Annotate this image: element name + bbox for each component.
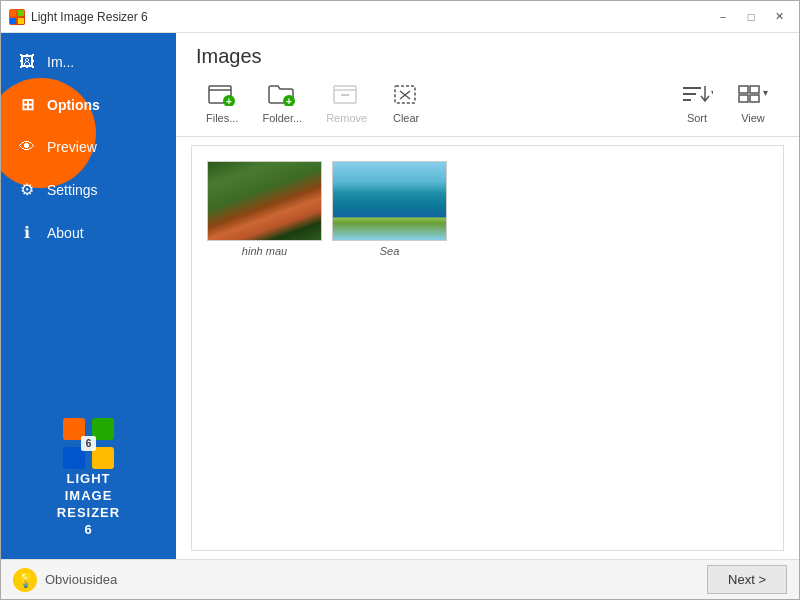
title-bar: Light Image Resizer 6 − □ ✕ (1, 1, 799, 33)
image-grid: hinh mau Sea (191, 145, 784, 551)
content-header: Images + Files... (176, 33, 799, 137)
view-label: View (741, 112, 765, 124)
svg-text:+: + (286, 96, 292, 106)
sort-button[interactable]: ▾ Sort (671, 78, 723, 128)
title-bar-left: Light Image Resizer 6 (9, 9, 148, 25)
clear-label: Clear (393, 112, 419, 124)
settings-icon: ⚙ (17, 180, 37, 199)
sidebar-item-about[interactable]: ℹ About (1, 211, 176, 254)
sidebar-item-options[interactable]: ⊞ Options (1, 83, 176, 126)
maximize-button[interactable]: □ (739, 7, 763, 27)
brand-text: Obviousidea (45, 572, 117, 587)
sidebar-item-images-label: Im... (47, 54, 74, 70)
list-item[interactable]: Sea (332, 161, 447, 257)
options-icon: ⊞ (17, 95, 37, 114)
view-icon: ▾ (737, 82, 769, 109)
app-icon (9, 9, 25, 25)
footer-brand: 💡 Obviousidea (13, 568, 117, 592)
about-icon: ℹ (17, 223, 37, 242)
files-label: Files... (206, 112, 238, 124)
folder-icon: + (268, 82, 296, 109)
sort-label: Sort (687, 112, 707, 124)
svg-rect-1 (18, 10, 24, 16)
svg-rect-26 (739, 95, 748, 102)
files-button[interactable]: + Files... (196, 78, 248, 128)
logo-text: LIGHT IMAGE RESIZER 6 (57, 471, 120, 539)
window-title: Light Image Resizer 6 (31, 10, 148, 24)
sidebar-item-preview-label: Preview (47, 139, 97, 155)
folder-label: Folder... (262, 112, 302, 124)
image-thumbnail-2 (332, 161, 447, 241)
remove-label: Remove (326, 112, 367, 124)
toolbar: + Files... + (196, 78, 779, 128)
svg-text:+: + (226, 96, 232, 106)
logo-icon: 6 (61, 416, 116, 471)
files-icon: + (208, 82, 236, 109)
clear-icon (392, 82, 420, 109)
clear-button[interactable]: Clear (381, 78, 431, 128)
svg-text:6: 6 (86, 438, 92, 449)
window-controls: − □ ✕ (711, 7, 791, 27)
svg-rect-25 (750, 86, 759, 93)
sea-image (333, 162, 446, 240)
svg-text:▾: ▾ (711, 87, 713, 98)
sidebar-logo: 6 LIGHT IMAGE RESIZER 6 (1, 396, 176, 559)
preview-icon: 👁 (17, 138, 37, 156)
svg-rect-3 (18, 18, 24, 24)
sidebar-item-about-label: About (47, 225, 84, 241)
sidebar-item-preview[interactable]: 👁 Preview (1, 126, 176, 168)
close-button[interactable]: ✕ (767, 7, 791, 27)
list-item[interactable]: hinh mau (207, 161, 322, 257)
svg-rect-24 (739, 86, 748, 93)
remove-icon (333, 82, 361, 109)
view-button[interactable]: ▾ View (727, 78, 779, 128)
page-title: Images (196, 45, 779, 68)
image-label-2: Sea (380, 245, 400, 257)
folder-button[interactable]: + Folder... (252, 78, 312, 128)
sidebar-item-settings[interactable]: ⚙ Settings (1, 168, 176, 211)
girl-image (208, 162, 321, 240)
footer: 💡 Obviousidea Next > (1, 559, 799, 599)
brand-icon: 💡 (13, 568, 37, 592)
svg-rect-27 (750, 95, 759, 102)
main-window: Light Image Resizer 6 − □ ✕ 🖼 Im... ⊞ Op… (0, 0, 800, 600)
sidebar-item-images[interactable]: 🖼 Im... (1, 41, 176, 83)
svg-text:▾: ▾ (763, 87, 768, 98)
main-layout: 🖼 Im... ⊞ Options 👁 Preview ⚙ Settings ℹ… (1, 33, 799, 559)
sidebar: 🖼 Im... ⊞ Options 👁 Preview ⚙ Settings ℹ… (1, 33, 176, 559)
images-icon: 🖼 (17, 53, 37, 71)
sort-icon: ▾ (681, 82, 713, 109)
content-area: Images + Files... (176, 33, 799, 559)
svg-rect-2 (10, 18, 16, 24)
svg-rect-0 (10, 10, 16, 16)
sidebar-item-options-label: Options (47, 97, 100, 113)
image-label-1: hinh mau (242, 245, 287, 257)
image-thumbnail-1 (207, 161, 322, 241)
minimize-button[interactable]: − (711, 7, 735, 27)
next-button[interactable]: Next > (707, 565, 787, 594)
sidebar-item-settings-label: Settings (47, 182, 98, 198)
remove-button[interactable]: Remove (316, 78, 377, 128)
